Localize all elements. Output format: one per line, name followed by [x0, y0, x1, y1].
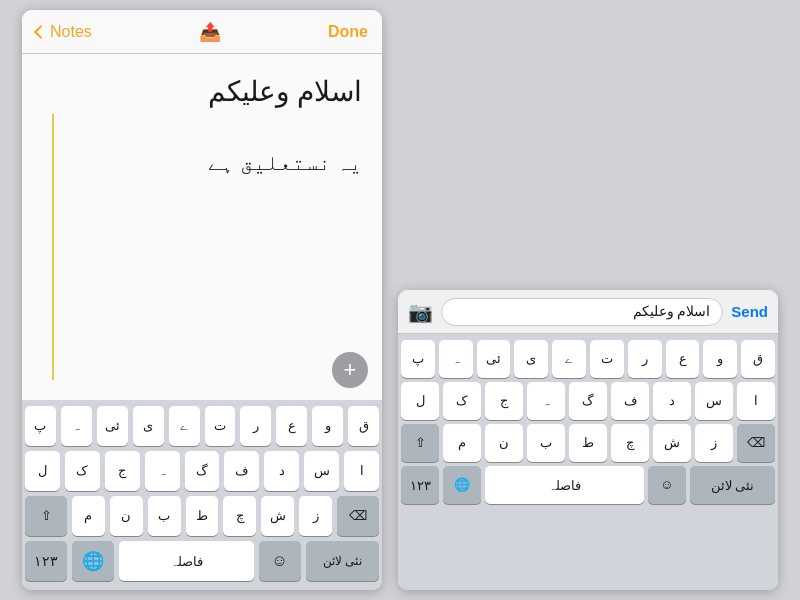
keyboard-right: پ ہ ئی ی ے ت ر ع و ق ل ک ج ہ گ ف د س ا: [398, 334, 778, 590]
notes-header: Notes 📤 Done: [22, 10, 382, 54]
back-label: Notes: [50, 23, 92, 41]
share-icon[interactable]: 📤: [199, 21, 221, 43]
key-dal[interactable]: د: [264, 451, 299, 491]
r-key-gaf[interactable]: گ: [569, 382, 607, 420]
r-key-ta[interactable]: ط: [569, 424, 607, 462]
r-key-dal[interactable]: د: [653, 382, 691, 420]
key-ye[interactable]: ے: [169, 406, 200, 446]
r-key-r[interactable]: ر: [628, 340, 662, 378]
r-key-cheh[interactable]: چ: [611, 424, 649, 462]
r-key-nun[interactable]: ن: [485, 424, 523, 462]
r-key-yh[interactable]: ئی: [477, 340, 511, 378]
r-key-zain[interactable]: ز: [695, 424, 733, 462]
newline-key[interactable]: نئی لائن: [306, 541, 379, 581]
key-lam[interactable]: ل: [25, 451, 60, 491]
key-ain[interactable]: ع: [276, 406, 307, 446]
r-key-jim[interactable]: ج: [485, 382, 523, 420]
r-key-alef[interactable]: ا: [737, 382, 775, 420]
r-globe-key[interactable]: 🌐: [443, 466, 481, 504]
back-button[interactable]: Notes: [36, 23, 92, 41]
done-button[interactable]: Done: [328, 23, 368, 41]
r-key-shin[interactable]: ش: [653, 424, 691, 462]
keyboard-row-bottom: ۱۲۳ 🌐 فاصلہ ☺ نئی لائن: [25, 541, 379, 581]
r-key-p[interactable]: پ: [401, 340, 435, 378]
delete-key[interactable]: ⌫: [337, 496, 379, 536]
chevron-left-icon: [34, 24, 48, 38]
r-key-ba[interactable]: ب: [527, 424, 565, 462]
r-key-kaf[interactable]: ک: [443, 382, 481, 420]
message-input[interactable]: [441, 298, 723, 326]
r-keyboard-row-3: ⇧ م ن ب ط چ ش ز ⌫: [401, 424, 775, 462]
key-yh[interactable]: ئی: [97, 406, 128, 446]
key-p[interactable]: پ: [25, 406, 56, 446]
r-key-qaf[interactable]: ق: [741, 340, 775, 378]
key-y[interactable]: ی: [133, 406, 164, 446]
key-nun[interactable]: ن: [110, 496, 143, 536]
notes-body: اسلام وعلیکم یہ نستعلیق ہے +: [22, 54, 382, 400]
globe-key[interactable]: 🌐: [72, 541, 114, 581]
key-fa[interactable]: ف: [224, 451, 259, 491]
right-phone: 📷 Send پ ہ ئی ی ے ت ر ع و ق ل ک ج ہ: [398, 290, 778, 590]
r-key-ha[interactable]: ہ: [527, 382, 565, 420]
phones-container: Notes 📤 Done اسلام وعلیکم یہ نستعلیق ہے …: [14, 2, 786, 598]
key-kaf[interactable]: ک: [65, 451, 100, 491]
r-key-ye[interactable]: ے: [552, 340, 586, 378]
key-h[interactable]: ہ: [61, 406, 92, 446]
key-zain[interactable]: ز: [299, 496, 332, 536]
r-key-lam[interactable]: ل: [401, 382, 439, 420]
key-mim[interactable]: م: [72, 496, 105, 536]
key-ha[interactable]: ہ: [145, 451, 180, 491]
note-line-2: یہ نستعلیق ہے: [72, 145, 362, 180]
r-shift-key[interactable]: ⇧: [401, 424, 439, 462]
keyboard-left: پ ہ ئی ی ے ت ر ع و ق ل ک ج ہ گ ف د س ا: [22, 400, 382, 590]
keyboard-row-1: پ ہ ئی ی ے ت ر ع و ق: [25, 406, 379, 446]
r-key-ain[interactable]: ع: [666, 340, 700, 378]
emoji-key[interactable]: ☺: [259, 541, 301, 581]
r-delete-key[interactable]: ⌫: [737, 424, 775, 462]
plus-button[interactable]: +: [332, 352, 368, 388]
message-input-bar: 📷 Send: [398, 290, 778, 334]
r-keyboard-row-2: ل ک ج ہ گ ف د س ا: [401, 382, 775, 420]
key-qaf[interactable]: ق: [348, 406, 379, 446]
send-button[interactable]: Send: [731, 303, 768, 320]
note-line-1: اسلام وعلیکم: [72, 70, 362, 115]
key-gaf[interactable]: گ: [185, 451, 220, 491]
key-ta[interactable]: ط: [186, 496, 219, 536]
camera-icon[interactable]: 📷: [408, 300, 433, 324]
r-key-h[interactable]: ہ: [439, 340, 473, 378]
key-jim[interactable]: ج: [105, 451, 140, 491]
r-numbers-key[interactable]: ۱۲۳: [401, 466, 439, 504]
key-sin[interactable]: س: [304, 451, 339, 491]
key-t[interactable]: ت: [205, 406, 236, 446]
r-key-t[interactable]: ت: [590, 340, 624, 378]
key-shin[interactable]: ش: [261, 496, 294, 536]
r-key-fa[interactable]: ف: [611, 382, 649, 420]
r-newline-key[interactable]: نئی لائن: [690, 466, 775, 504]
numbers-key[interactable]: ۱۲۳: [25, 541, 67, 581]
key-ba[interactable]: ب: [148, 496, 181, 536]
left-phone: Notes 📤 Done اسلام وعلیکم یہ نستعلیق ہے …: [22, 10, 382, 590]
keyboard-row-3: ⇧ م ن ب ط چ ش ز ⌫: [25, 496, 379, 536]
notes-content: اسلام وعلیکم یہ نستعلیق ہے: [42, 70, 362, 180]
shift-key[interactable]: ⇧: [25, 496, 67, 536]
r-keyboard-row-bottom: ۱۲۳ 🌐 فاصلہ ☺ نئی لائن: [401, 466, 775, 504]
space-key[interactable]: فاصلہ: [119, 541, 254, 581]
r-key-waw[interactable]: و: [703, 340, 737, 378]
key-r[interactable]: ر: [240, 406, 271, 446]
keyboard-row-2: ل ک ج ہ گ ف د س ا: [25, 451, 379, 491]
r-key-y[interactable]: ی: [514, 340, 548, 378]
key-waw[interactable]: و: [312, 406, 343, 446]
key-alef[interactable]: ا: [344, 451, 379, 491]
r-key-sin[interactable]: س: [695, 382, 733, 420]
key-cheh[interactable]: چ: [223, 496, 256, 536]
r-keyboard-row-1: پ ہ ئی ی ے ت ر ع و ق: [401, 340, 775, 378]
cursor-line: [52, 114, 54, 380]
r-key-mim[interactable]: م: [443, 424, 481, 462]
r-space-key[interactable]: فاصلہ: [485, 466, 644, 504]
r-emoji-key[interactable]: ☺: [648, 466, 686, 504]
